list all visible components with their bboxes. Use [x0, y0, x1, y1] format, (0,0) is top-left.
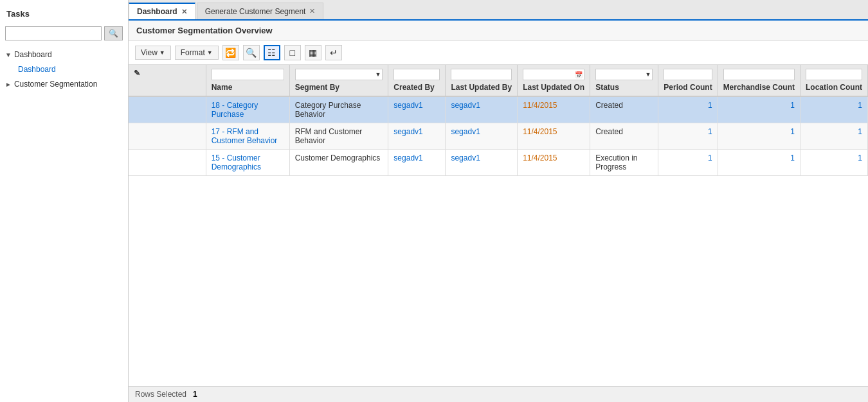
row2-last-updated-by[interactable]: segadv1: [446, 123, 518, 150]
section-title: Customer Segmentation Overview: [136, 26, 273, 35]
nav-group-dashboard-arrow: ▼: [5, 51, 12, 58]
row3-merch: 1: [718, 150, 800, 176]
format-button[interactable]: Format ▼: [175, 46, 219, 60]
nav-group-customer-seg-header[interactable]: ► Customer Segmentation: [0, 76, 128, 92]
row2-segment: RFM and Customer Behavior: [289, 123, 388, 150]
row3-location: 1: [800, 150, 867, 176]
refresh-icon: 🔁: [225, 48, 236, 58]
nav-group-customer-seg-label: Customer Segmentation: [14, 80, 97, 89]
row2-last-updated-on: 11/4/2015: [518, 123, 590, 150]
filter-name[interactable]: [212, 69, 284, 80]
status-bar: Rows Selected 1: [129, 386, 868, 402]
col-header-segment: ▼ Segment By: [289, 65, 388, 96]
col-header-period: Period Count: [658, 65, 718, 96]
row3-select-cell[interactable]: [129, 150, 206, 176]
col-header-created-by: Created By: [388, 65, 446, 96]
view-button[interactable]: View ▼: [135, 46, 171, 60]
row2-status: Created: [590, 123, 658, 150]
tab-dashboard[interactable]: Dashboard ✕: [129, 3, 195, 19]
nav-group-customer-seg-arrow: ►: [5, 81, 12, 88]
sidebar-nav: ▼ Dashboard Dashboard ► Customer Segment…: [0, 47, 128, 92]
search-button[interactable]: 🔍: [243, 45, 260, 60]
tab-generate-customer-segment[interactable]: Generate Customer Segment ✕: [197, 3, 324, 19]
action-button[interactable]: ↵: [325, 45, 342, 60]
col-header-last-updated-on: 📅 Last Updated On: [518, 65, 590, 96]
view-label: View: [141, 48, 158, 57]
action-icon: ↵: [330, 48, 338, 58]
sidebar-search-button[interactable]: 🔍: [104, 26, 123, 40]
status-filter-arrow: ▼: [645, 71, 651, 78]
refresh-button[interactable]: 🔁: [222, 45, 239, 60]
table-header-row: ✎ Name: [129, 65, 868, 96]
nav-group-dashboard-label: Dashboard: [14, 50, 52, 59]
row1-select-cell[interactable]: [129, 96, 206, 123]
toolbar: View ▼ Format ▼ 🔁 🔍 ☷ □: [129, 41, 868, 65]
cal-icon: 📅: [575, 71, 583, 78]
row1-location: 1: [800, 96, 867, 123]
rows-selected-label: Rows Selected: [135, 390, 186, 399]
row1-status: Created: [590, 96, 658, 123]
tab-generate-label: Generate Customer Segment: [205, 7, 306, 16]
row1-last-updated-on: 11/4/2015: [518, 96, 590, 123]
export-button[interactable]: ▦: [305, 45, 321, 60]
row3-period: 1: [658, 150, 718, 176]
row2-created-by[interactable]: segadv1: [388, 123, 446, 150]
sidebar-title: Tasks: [0, 5, 128, 24]
nav-group-dashboard-header[interactable]: ▼ Dashboard: [0, 47, 128, 62]
tab-generate-close[interactable]: ✕: [309, 8, 315, 15]
sidebar: Tasks 🔍 ▼ Dashboard Dashboard ► Customer…: [0, 0, 129, 402]
row3-created-by[interactable]: segadv1: [388, 150, 446, 176]
section-header: Customer Segmentation Overview: [129, 21, 868, 41]
row1-created-by[interactable]: segadv1: [388, 96, 446, 123]
row2-merch: 1: [718, 123, 800, 150]
tab-dashboard-close[interactable]: ✕: [181, 8, 187, 15]
data-table: ✎ Name: [129, 65, 868, 176]
table-row: 18 - Category Purchase Category Purchase…: [129, 96, 868, 123]
segment-filter-arrow: ▼: [375, 71, 381, 78]
col-header-pencil: ✎: [129, 65, 206, 96]
table-area: ✎ Name: [129, 65, 868, 386]
format-dropdown-arrow: ▼: [207, 49, 213, 56]
row2-period: 1: [658, 123, 718, 150]
table-row: 17 - RFM and Customer Behavior RFM and C…: [129, 123, 868, 150]
sidebar-search-input[interactable]: [5, 26, 102, 40]
row1-period: 1: [658, 96, 718, 123]
row1-name[interactable]: 18 - Category Purchase: [206, 96, 289, 123]
sidebar-item-dashboard[interactable]: Dashboard: [0, 62, 128, 76]
filter-period[interactable]: [664, 69, 712, 80]
search-icon: 🔍: [246, 48, 257, 58]
row1-merch: 1: [718, 96, 800, 123]
table-row: 15 - Customer Demographics Customer Demo…: [129, 150, 868, 176]
row2-location: 1: [800, 123, 867, 150]
pencil-icon: ✎: [134, 69, 140, 78]
col-header-name: Name: [206, 65, 289, 96]
row1-last-updated-by[interactable]: segadv1: [446, 96, 518, 123]
row1-segment: Category Purchase Behavior: [289, 96, 388, 123]
delete-button[interactable]: □: [284, 45, 301, 60]
col-header-status: ▼ Status: [590, 65, 658, 96]
export-icon: ▦: [309, 48, 317, 58]
delete-icon: □: [289, 48, 294, 58]
filter-created-by[interactable]: [393, 69, 440, 80]
filter-merch[interactable]: [723, 69, 795, 80]
col-header-location: Location Count: [800, 65, 867, 96]
col-header-merch: Merchandise Count: [718, 65, 800, 96]
tab-bar: Dashboard ✕ Generate Customer Segment ✕: [129, 0, 868, 21]
row2-name[interactable]: 17 - RFM and Customer Behavior: [206, 123, 289, 150]
nav-group-dashboard: ▼ Dashboard Dashboard: [0, 47, 128, 76]
row3-last-updated-by[interactable]: segadv1: [446, 150, 518, 176]
row2-select-cell[interactable]: [129, 123, 206, 150]
row3-segment: Customer Demographics: [289, 150, 388, 176]
format-label: Format: [181, 48, 205, 57]
main-content: Dashboard ✕ Generate Customer Segment ✕ …: [129, 0, 868, 402]
grid-view-button[interactable]: ☷: [264, 45, 280, 60]
row3-name[interactable]: 15 - Customer Demographics: [206, 150, 289, 176]
filter-last-updated-by[interactable]: [451, 69, 512, 80]
rows-selected-value: 1: [193, 390, 197, 399]
grid-icon: ☷: [267, 48, 276, 58]
view-dropdown-arrow: ▼: [159, 49, 165, 56]
page-content: Customer Segmentation Overview View ▼ Fo…: [129, 21, 868, 402]
sidebar-search-area: 🔍: [0, 24, 128, 47]
tab-dashboard-label: Dashboard: [137, 7, 177, 16]
filter-location[interactable]: [806, 69, 862, 80]
